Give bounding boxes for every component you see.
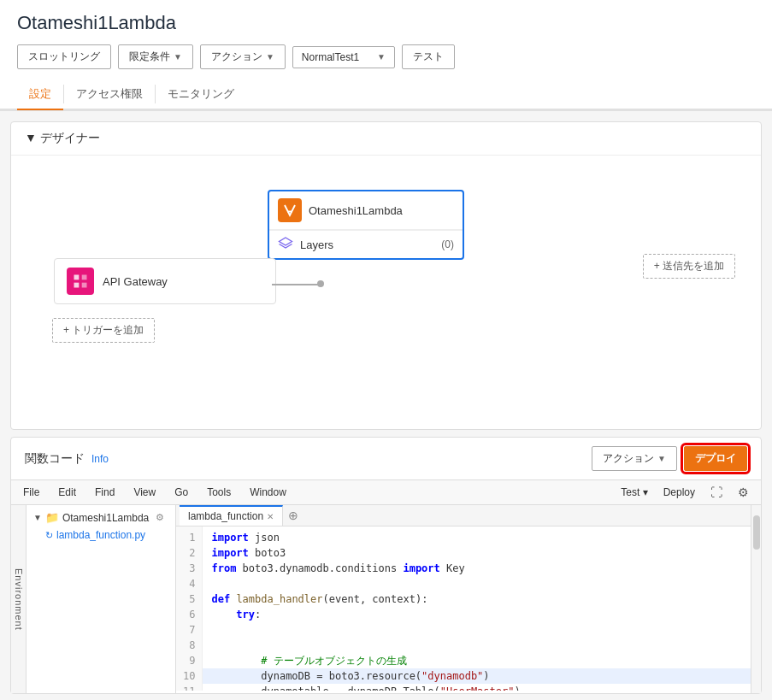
tab-monitoring[interactable]: モニタリング	[156, 79, 246, 110]
tree-file-item[interactable]: ↻ lambda_function.py	[27, 526, 175, 544]
editor-right-tools: Test ▾ Deploy ⛶ ⚙	[617, 484, 752, 501]
toolbar: スロットリング 限定条件 ▼ アクション ▼ NormalTest1 ▼ テスト	[17, 44, 755, 69]
chevron-down-icon: ▼	[657, 454, 666, 463]
code-action-button[interactable]: アクション ▼	[592, 446, 677, 471]
layers-row[interactable]: Layers (0)	[269, 230, 463, 258]
add-destination-button[interactable]: + 送信先を追加	[643, 254, 735, 279]
folder-label: Otameshi1Lambda	[62, 512, 149, 524]
folder-icon: 📁	[45, 511, 59, 524]
menu-find[interactable]: Find	[91, 485, 118, 500]
lambda-node-header: Otameshi1Lambda	[269, 191, 463, 230]
tree-folder-item[interactable]: ▼ 📁 Otameshi1Lambda ⚙	[27, 509, 175, 526]
svg-rect-3	[82, 283, 87, 288]
tabs: 設定 アクセス権限 モニタリング	[0, 79, 772, 110]
chevron-down-icon: ▼	[174, 52, 182, 62]
layers-count: (0)	[441, 238, 454, 250]
folder-gear-icon[interactable]: ⚙	[156, 512, 164, 523]
chevron-down-icon: ▼	[377, 52, 386, 62]
scroll-thumb[interactable]	[753, 515, 760, 550]
menu-go[interactable]: Go	[171, 485, 192, 500]
condition-button[interactable]: 限定条件 ▼	[118, 44, 193, 69]
svg-rect-0	[74, 275, 80, 280]
lambda-node[interactable]: Otameshi1Lambda Layers (0)	[268, 190, 464, 260]
code-title: 関数コード Info	[25, 451, 109, 467]
add-tab-icon[interactable]: ⊕	[283, 505, 303, 526]
folder-arrow-icon: ▼	[33, 513, 42, 522]
layers-icon	[278, 236, 293, 253]
menu-window[interactable]: Window	[246, 485, 290, 500]
deploy-button[interactable]: デプロイ	[684, 446, 747, 471]
menu-file[interactable]: File	[20, 485, 43, 500]
designer-section: ▼ デザイナー Otameshi1Lambda	[10, 121, 762, 430]
api-gateway-icon	[67, 268, 94, 295]
editor-scrollbar[interactable]	[751, 505, 761, 693]
tab-access[interactable]: アクセス権限	[64, 79, 155, 110]
connector-line	[272, 284, 320, 285]
menu-tools[interactable]: Tools	[203, 485, 234, 500]
page-title: Otameshi1Lambda	[17, 12, 755, 34]
code-lines: import json import boto3 from boto3.dyna…	[203, 526, 751, 691]
expand-icon[interactable]: ⛶	[707, 484, 726, 501]
slot-button[interactable]: スロットリング	[17, 44, 111, 69]
layers-label: Layers	[300, 238, 434, 251]
test-select[interactable]: NormalTest1 ▼	[292, 46, 395, 68]
file-tree: ▼ 📁 Otameshi1Lambda ⚙ ↻ lambda_function.…	[27, 505, 176, 693]
svg-rect-1	[74, 283, 80, 288]
code-content-area[interactable]: 1 2 3 4 5 6 7 8 9 10 11 12 import json i…	[176, 526, 751, 691]
designer-area: Otameshi1Lambda Layers (0)	[28, 173, 744, 403]
file-label: lambda_function.py	[56, 529, 145, 541]
editor-body: Environment ▼ 📁 Otameshi1Lambda ⚙ ↻ lamb…	[11, 505, 761, 693]
connector-dot	[317, 280, 324, 287]
api-gateway-name: API Gateway	[103, 275, 168, 288]
menu-edit[interactable]: Edit	[55, 485, 80, 500]
code-editor: lambda_function ✕ ⊕ 1 2 3 4 5 6 7 8 9 10	[176, 505, 751, 693]
svg-rect-2	[82, 275, 87, 280]
lambda-icon	[278, 198, 302, 222]
page-header: Otameshi1Lambda スロットリング 限定条件 ▼ アクション ▼ N…	[0, 0, 772, 111]
info-link[interactable]: Info	[91, 453, 109, 465]
editor-tabs-bar: lambda_function ✕ ⊕	[176, 505, 751, 526]
editor-tab-active[interactable]: lambda_function ✕	[180, 505, 283, 526]
test-menu[interactable]: Test ▾	[617, 485, 651, 500]
add-trigger-button[interactable]: + トリガーを追加	[52, 318, 155, 343]
tab-close-icon[interactable]: ✕	[267, 512, 274, 521]
chevron-down-icon: ▼	[266, 52, 274, 62]
api-gateway-node[interactable]: API Gateway	[54, 258, 276, 304]
tab-settings[interactable]: 設定	[17, 79, 63, 110]
gear-icon[interactable]: ⚙	[734, 484, 752, 501]
designer-header: ▼ デザイナー	[11, 122, 761, 156]
code-section: 関数コード Info アクション ▼ デプロイ File Edit Find V…	[10, 437, 762, 694]
line-numbers: 1 2 3 4 5 6 7 8 9 10 11 12	[176, 526, 203, 691]
code-actions: アクション ▼ デプロイ	[592, 446, 747, 471]
deploy-menu[interactable]: Deploy	[660, 485, 698, 500]
file-refresh-icon: ↻	[45, 530, 53, 541]
editor-toolbar: File Edit Find View Go Tools Window Test…	[11, 480, 761, 505]
test-button[interactable]: テスト	[402, 44, 455, 69]
action-button[interactable]: アクション ▼	[200, 44, 286, 69]
lambda-function-name: Otameshi1Lambda	[309, 204, 403, 217]
designer-canvas: Otameshi1Lambda Layers (0)	[11, 156, 761, 429]
menu-view[interactable]: View	[130, 485, 159, 500]
environment-label: Environment	[11, 505, 27, 693]
code-section-header: 関数コード Info アクション ▼ デプロイ	[11, 438, 761, 480]
